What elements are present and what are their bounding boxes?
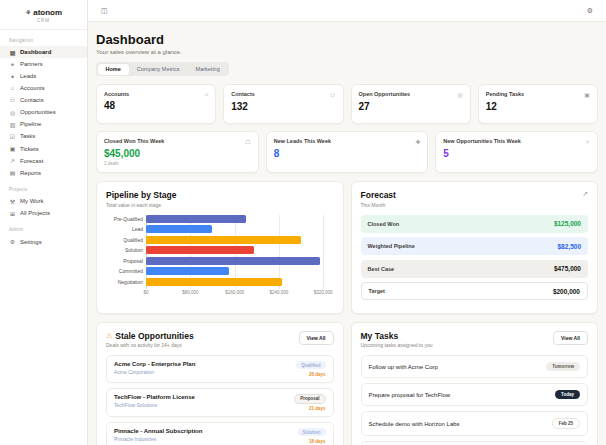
my-tasks-panel: My Tasks Upcoming tasks assigned to you … [351, 322, 599, 445]
tasks-view-all-button[interactable]: View All [553, 331, 588, 345]
opportunity-name: Pinnacle - Annual Subscription [114, 428, 202, 434]
weekly-card: New Opportunities This Week ✧ 5 [435, 131, 598, 173]
chart-bar-track [146, 246, 332, 254]
warning-icon: ⚠ [106, 332, 112, 340]
chart-bar-track [146, 257, 332, 265]
sidebar-item[interactable]: ⚭ Partners [0, 58, 87, 70]
sidebar-item[interactable]: ⚙ Settings [0, 235, 87, 247]
chart-bar [146, 257, 320, 265]
stale-opportunity-row[interactable]: Acme Corp - Enterprise Plan Acme Corpora… [106, 355, 334, 383]
task-due-badge: Today [555, 390, 580, 399]
sidebar-item[interactable]: ⚒ My Work [0, 195, 87, 207]
chart-x-tick-label: $240,000 [270, 290, 289, 295]
sidebar-item[interactable]: ⌂ Accounts [0, 83, 87, 94]
opportunity-company: TechFlow Solutions [114, 402, 195, 408]
forecast-row-value: $200,000 [553, 288, 580, 295]
weekly-card: New Leads This Week ✚ 8 [266, 131, 429, 173]
sidebar-admin-list: ⚙ Settings [0, 235, 87, 247]
briefcase-icon: ⚒ [9, 198, 16, 205]
chart-bar [146, 267, 229, 275]
settings-toggle-button[interactable]: ⚙ [585, 6, 595, 16]
chart-row: Negotiation [106, 278, 334, 286]
stale-opportunity-row[interactable]: TechFlow - Platform License TechFlow Sol… [106, 388, 334, 418]
chart-bar [146, 236, 301, 244]
days-stale: 21 days [309, 406, 326, 411]
forecast-panel: Forecast This Month ↗ Closed Won $125,00… [351, 181, 599, 314]
task-row[interactable]: Prepare proposal for TechFlow Today [361, 383, 589, 406]
dashboard-content: Dashboard Your sales overview at a glanc… [88, 22, 606, 445]
sidebar-item-label: Partners [20, 61, 43, 67]
brand-subtitle: CRM [4, 18, 83, 23]
sidebar: ⚘ atonom CRM Navigation ▦ Dashboard ⚭ Pa… [0, 0, 88, 445]
tickets-icon: ▣ [9, 145, 16, 152]
chart-bar [146, 215, 246, 223]
sidebar-item[interactable]: ▦ Dashboard [0, 46, 87, 58]
stale-view-all-button[interactable]: View All [299, 331, 334, 345]
stat-card: Pending Tasks ▣ 12 [478, 84, 598, 124]
task-row[interactable]: Schedule demo with Horizon Labs Feb 25 [361, 411, 589, 436]
sidebar-item[interactable]: ✦ Leads [0, 70, 87, 82]
opportunities-icon: ◎ [9, 109, 16, 116]
tab[interactable]: Marketing [188, 64, 228, 75]
weekly-subtext: 2 deals [104, 161, 251, 166]
building-icon: ⌂ [205, 91, 209, 97]
sidebar-item-label: Contacts [20, 97, 44, 103]
sidebar-item[interactable]: ▥ Pipeline [0, 118, 87, 130]
forecast-row-label: Weighted Pipeline [368, 243, 415, 249]
pipeline-title: Pipeline by Stage [106, 190, 334, 200]
stat-value: 12 [486, 101, 590, 112]
sidebar-nav-list: ▦ Dashboard ⚭ Partners ✦ Leads ⌂ Account… [0, 46, 87, 179]
dashboard-tabs: Home Company Metrics Marketing [96, 62, 229, 76]
brand-name: atonom [33, 8, 62, 17]
forecast-row: Closed Won $125,000 [361, 215, 589, 233]
stale-opportunity-row[interactable]: Pinnacle - Annual Subscription Pinnacle … [106, 422, 334, 445]
task-row[interactable]: Review contract terms - Pinnacle Feb 27 [361, 441, 589, 445]
weekly-card: Closed Won This Week ☖ $45,000 2 deals [96, 131, 259, 173]
sidebar-item[interactable]: ☑ Tasks [0, 130, 87, 142]
bottom-row: ⚠ Stale Opportunities Deals with no acti… [96, 322, 598, 445]
chart-row: Pre-Qualified [106, 215, 334, 223]
sidebar-item[interactable]: ▤ Reports [0, 167, 87, 179]
tasks-icon: ☑ [9, 133, 16, 140]
sidebar-toggle-button[interactable]: ◫ [99, 6, 110, 16]
sidebar-item-label: Pipeline [20, 121, 41, 127]
tab[interactable]: Company Metrics [129, 64, 188, 75]
sparkle-icon: ✧ [585, 138, 590, 145]
pipeline-panel: Pipeline by Stage Total value in each st… [96, 181, 344, 314]
sidebar-item[interactable]: ↗ Forecast [0, 155, 87, 167]
chart-row: Solution [106, 246, 334, 254]
sidebar-projects-list: ⚒ My Work ⊞ All Projects [0, 195, 87, 219]
sidebar-item[interactable]: ⊞ All Projects [0, 207, 87, 219]
opportunity-company: Acme Corporation [114, 369, 195, 375]
chart-category-label: Committed [106, 268, 143, 274]
sidebar-item-label: Forecast [20, 158, 43, 164]
chart-row: Committed [106, 267, 334, 275]
tab[interactable]: Home [98, 64, 129, 75]
sidebar-item-label: Opportunities [20, 109, 56, 115]
task-name: Prepare proposal for TechFlow [369, 392, 451, 398]
chart-bar-track [146, 267, 332, 275]
user-plus-icon: ✚ [415, 138, 420, 145]
sidebar-item-label: My Work [20, 198, 44, 204]
stage-badge: Solution [298, 428, 326, 436]
chart-x-tick-label: $80,000 [182, 290, 198, 295]
sidebar-item[interactable]: ⚇ Contacts [0, 94, 87, 106]
sidebar-item[interactable]: ▣ Tickets [0, 143, 87, 155]
brand-logo-icon: ⚘ [25, 9, 31, 17]
weekly-label: Closed Won This Week [104, 138, 164, 144]
chart-category-label: Solution [106, 247, 143, 253]
pipeline-bar-chart: Pre-QualifiedLeadQualifiedSolutionPropos… [106, 215, 334, 299]
trend-icon: ↗ [582, 190, 588, 198]
task-due-badge: Feb 25 [552, 418, 580, 429]
forecast-row-value: $475,000 [554, 265, 581, 272]
task-row[interactable]: Follow up with Acme Corp Tomorrow [361, 355, 589, 378]
opportunity-name: Acme Corp - Enterprise Plan [114, 361, 195, 367]
sidebar-item[interactable]: ◎ Opportunities [0, 106, 87, 118]
sidebar-item-label: Leads [20, 73, 36, 79]
sidebar-section-label-admin: Admin [9, 227, 78, 232]
chart-category-label: Qualified [106, 237, 143, 243]
sidebar-item-label: Accounts [20, 85, 45, 91]
stale-opportunities-panel: ⚠ Stale Opportunities Deals with no acti… [96, 322, 344, 445]
sidebar-item-label: Settings [20, 239, 42, 245]
weekly-value: 5 [443, 148, 590, 159]
